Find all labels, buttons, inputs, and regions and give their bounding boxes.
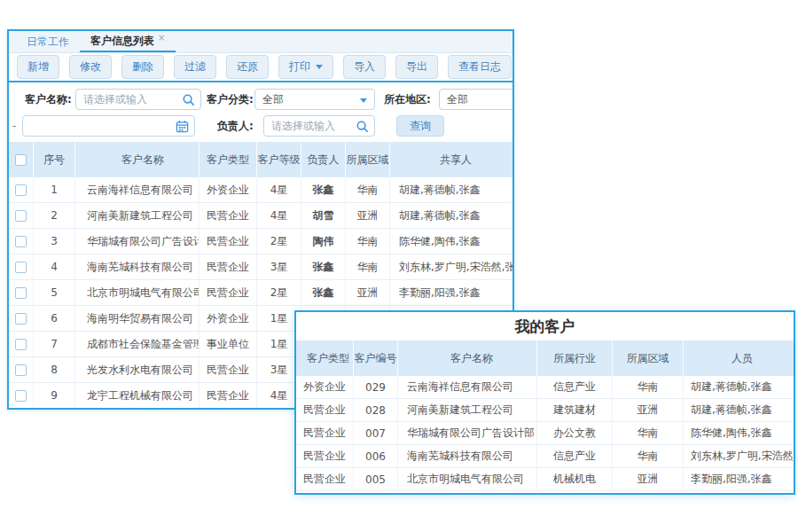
region: 亚洲 — [613, 468, 684, 490]
customer-name-link[interactable]: 河南美新建筑工程公司 — [75, 203, 200, 228]
table-row: 外资企业029云南海祥信息有限公司信息产业华南胡建,蒋德帧,张鑫 — [296, 376, 794, 399]
row-checkbox[interactable] — [15, 364, 27, 376]
row-number: 7 — [34, 332, 75, 356]
staff: 胡建,蒋德帧,张鑫 — [684, 376, 794, 398]
toolbar-button[interactable]: 新增 — [17, 55, 59, 79]
column-header: 共享人 — [390, 142, 512, 177]
customer-code-link[interactable]: 028 — [354, 399, 398, 421]
column-header: 客户编号 — [354, 340, 398, 376]
toolbar-button[interactable]: 导入 — [343, 55, 386, 79]
owner-link[interactable]: 张鑫 — [301, 280, 346, 305]
customer-type: 民营企业 — [200, 280, 257, 305]
shared-people: 胡建,蒋德帧,张鑫 — [390, 177, 512, 202]
customer-name-link[interactable]: 华瑞城有限公司广告设计部 — [75, 229, 200, 254]
row-checkbox[interactable] — [15, 262, 27, 273]
customer-type: 民营企业 — [200, 383, 257, 408]
filter-area: 客户名称: 请选择或输入 客户分类: 全部 所在地区: 全部 - 负责人: 请选… — [9, 82, 512, 142]
customer-name-placeholder: 请选择或输入 — [83, 92, 147, 107]
toolbar-button[interactable]: 导出 — [395, 55, 438, 79]
industry: 机械机电 — [537, 468, 613, 490]
customer-level: 4星 — [257, 177, 301, 202]
row-checkbox-cell — [9, 229, 34, 254]
customer-code-link[interactable]: 006 — [354, 445, 398, 467]
customer-type: 外资企业 — [296, 376, 354, 398]
shared-people: 陈华健,陶伟,张鑫 — [390, 229, 512, 254]
row-checkbox[interactable] — [15, 236, 27, 247]
search-icon — [182, 93, 195, 106]
select-all-checkbox[interactable] — [15, 154, 27, 166]
toolbar-button[interactable]: 修改 — [69, 55, 112, 79]
customer-code-link[interactable]: 005 — [354, 468, 398, 490]
table-row: 2河南美新建筑工程公司民营企业4星胡雪亚洲胡建,蒋德帧,张鑫 — [9, 203, 512, 229]
select-all-cell — [9, 142, 34, 177]
customer-type: 民营企业 — [296, 468, 354, 490]
column-header: 所属区域 — [346, 142, 390, 177]
staff: 李勤丽,阳强,张鑫 — [684, 468, 794, 490]
date-input[interactable] — [22, 115, 195, 137]
tab-daily-work[interactable]: 日常工作 — [16, 31, 80, 52]
row-checkbox-cell — [9, 357, 34, 382]
customer-name-link[interactable]: 海南芜城科技有限公司 — [75, 254, 200, 279]
region: 亚洲 — [346, 280, 390, 305]
owner-link[interactable]: 陶伟 — [301, 229, 346, 254]
customer-name-link[interactable]: 云南海祥信息有限公司 — [75, 177, 200, 202]
toolbar-button[interactable]: 删除 — [121, 55, 164, 79]
owner-placeholder: 请选择或输入 — [271, 119, 335, 134]
district-select[interactable]: 全部 — [439, 89, 514, 110]
region: 亚洲 — [346, 203, 390, 228]
row-checkbox[interactable] — [15, 287, 27, 299]
owner-link[interactable]: 胡雪 — [301, 203, 346, 228]
customer-name-input[interactable]: 请选择或输入 — [75, 89, 201, 110]
industry: 信息产业 — [537, 376, 613, 398]
column-header: 序号 — [34, 142, 75, 177]
toolbar-button[interactable]: 还原 — [226, 55, 269, 79]
customer-code-link[interactable]: 007 — [354, 422, 398, 444]
row-checkbox[interactable] — [15, 313, 27, 325]
row-number: 5 — [34, 280, 75, 305]
toolbar-button[interactable]: 查看日志 — [448, 55, 512, 79]
date-range-dash: - — [12, 115, 16, 137]
customer-name-link[interactable]: 龙宇工程机械有限公司 — [75, 383, 200, 408]
district-value: 全部 — [447, 92, 468, 107]
customer-name-link[interactable]: 海南明华贸易有限公司 — [75, 306, 200, 331]
region: 华南 — [346, 177, 390, 202]
tab-bar: 日常工作客户信息列表× — [9, 31, 512, 53]
column-header: 客户类型 — [296, 340, 354, 376]
row-checkbox[interactable] — [15, 390, 27, 402]
customer-type: 民营企业 — [200, 254, 257, 279]
customer-type: 民营企业 — [296, 445, 354, 467]
customer-name-link[interactable]: 华瑞城有限公司广告设计部 — [398, 422, 537, 444]
toolbar-button[interactable]: 过滤 — [174, 55, 216, 79]
customer-name-link[interactable]: 北京市明城电气有限公司 — [75, 280, 200, 305]
shared-people: 刘东林,罗广明,宋浩然,张鑫 — [390, 254, 512, 279]
customer-name-link[interactable]: 光发水利水电有限公司 — [75, 357, 200, 382]
toolbar: 新增修改删除过滤还原打印导入导出查看日志 — [9, 53, 512, 82]
row-checkbox-cell — [9, 383, 34, 408]
customer-code-link[interactable]: 029 — [354, 376, 398, 398]
column-header: 客户等级 — [257, 142, 301, 177]
tab-label: 客户信息列表 — [90, 34, 154, 49]
customer-name-link[interactable]: 成都市社会保险基金管理... — [75, 332, 200, 356]
customer-type: 民营企业 — [200, 203, 257, 228]
owner-link[interactable]: 张鑫 — [301, 254, 346, 279]
query-button[interactable]: 查询 — [396, 115, 444, 137]
owner-link[interactable]: 张鑫 — [301, 177, 346, 202]
tab-customer-list[interactable]: 客户信息列表× — [80, 31, 176, 52]
row-checkbox[interactable] — [15, 210, 27, 222]
column-header: 客户名称 — [75, 142, 200, 177]
my-customers-table: 客户类型客户编号客户名称所属行业所属区域人员 外资企业029云南海祥信息有限公司… — [296, 340, 794, 491]
row-checkbox[interactable] — [15, 339, 27, 350]
customer-category-select[interactable]: 全部 — [254, 89, 375, 110]
customer-name-link[interactable]: 北京市明城电气有限公司 — [398, 468, 537, 490]
owner-input[interactable]: 请选择或输入 — [263, 115, 375, 137]
customer-type: 民营企业 — [200, 357, 257, 382]
row-checkbox-cell — [9, 306, 34, 331]
customer-name-link[interactable]: 河南美新建筑工程公司 — [398, 399, 537, 421]
close-icon[interactable]: × — [158, 33, 165, 43]
customer-name-link[interactable]: 海南芜城科技有限公司 — [398, 445, 537, 467]
print-button[interactable]: 打印 — [278, 55, 333, 79]
row-checkbox[interactable] — [15, 184, 27, 196]
customer-level: 2星 — [257, 280, 301, 305]
customer-name-link[interactable]: 云南海祥信息有限公司 — [398, 376, 537, 398]
table-row: 4海南芜城科技有限公司民营企业3星张鑫华南刘东林,罗广明,宋浩然,张鑫 — [9, 254, 512, 280]
